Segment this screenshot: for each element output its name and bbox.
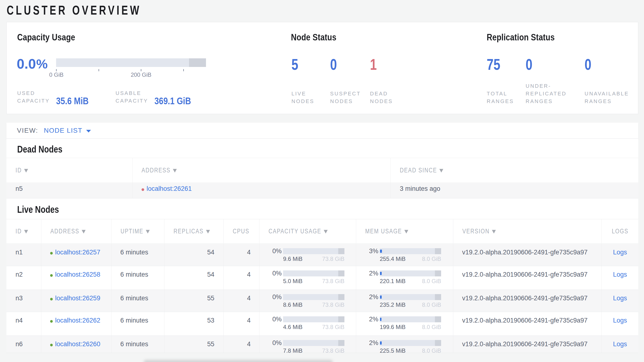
dead-nodes-title: Dead Nodes: [17, 144, 62, 155]
usage-total-value: 73.8 GiB: [322, 301, 344, 308]
usage-labels-line: 4.6 MiB73.8 GiB: [283, 324, 344, 330]
usage-total-value: 73.8 GiB: [322, 324, 344, 330]
table-cell: Logs: [602, 290, 638, 312]
chevron-down-icon[interactable]: [86, 130, 91, 132]
replication-stat-label: TOTAL RANGES: [487, 90, 514, 105]
usage-used-value: 220.1 MiB: [380, 278, 406, 285]
usage-labels-line: 220.1 MiB8.0 GiB: [380, 278, 441, 285]
usage-percent: 0%: [269, 248, 282, 255]
column-header-dead-since[interactable]: DEAD SINCE: [400, 166, 437, 173]
sort-caret-icon[interactable]: [324, 230, 328, 234]
node-logs-link[interactable]: Logs: [613, 317, 627, 324]
usage-bar-dark-segment: [435, 270, 441, 276]
sort-caret-icon[interactable]: [82, 230, 86, 234]
node-address-link[interactable]: localhost:26259: [55, 295, 100, 302]
usage-total-value: 8.0 GiB: [422, 324, 441, 330]
node-stat-label: DEAD NODES: [370, 90, 393, 105]
column-header-address[interactable]: ADDRESS: [50, 228, 79, 235]
header-cell: UPTIME: [112, 219, 164, 243]
sort-caret-icon[interactable]: [146, 230, 150, 234]
used-capacity-label: USED CAPACITY: [17, 89, 50, 105]
node-version: v19.2.0-alpha.20190606-2491-gfe735c9a97: [462, 340, 588, 348]
column-header-address[interactable]: ADDRESS: [142, 166, 170, 173]
table-cell: v19.2.0-alpha.20190606-2491-gfe735c9a97: [453, 266, 602, 290]
column-header-mem-usage[interactable]: MEM USAGE: [365, 228, 402, 235]
node-logs-link[interactable]: Logs: [613, 340, 627, 348]
usage-bar-line: 2%: [366, 339, 441, 347]
dead-status-icon: [142, 189, 144, 191]
capacity-axis-tick: [98, 69, 99, 71]
usage-total-value: 8.0 GiB: [422, 347, 441, 353]
table-cell: 55: [164, 290, 224, 312]
usage-percent: 2%: [366, 316, 378, 323]
sort-caret-icon[interactable]: [404, 230, 408, 234]
header-cell-content: LOGS: [612, 228, 628, 235]
view-dropdown[interactable]: NODE LIST: [44, 127, 82, 134]
table-cell: 54: [164, 244, 224, 266]
sort-caret-icon[interactable]: [173, 169, 177, 172]
usage-percent: 0%: [269, 270, 282, 277]
replication-stat-label: UNDER- REPLICATED RANGES: [526, 82, 567, 105]
view-bar-inner: VIEW: NODE LIST: [17, 123, 91, 138]
usage-bar-line: 3%: [366, 248, 441, 255]
sort-caret-icon[interactable]: [24, 230, 28, 234]
usage-labels-line: 5.0 MiB73.8 GiB: [283, 278, 344, 285]
header-cell-content: DEAD SINCE: [400, 166, 443, 174]
column-header-uptime[interactable]: UPTIME: [120, 228, 144, 235]
usage-cell-content: 0%4.6 MiB73.8 GiB: [260, 312, 356, 335]
usage-bar-used-segment: [380, 341, 382, 344]
live-status-icon: [50, 298, 53, 301]
usage-bar: [283, 270, 344, 276]
usage-used-value: 7.8 MiB: [283, 347, 302, 353]
table-cell: localhost:26257: [41, 244, 112, 266]
node-status-title: Node Status: [291, 32, 336, 43]
usage-bar-dark-segment: [338, 316, 344, 322]
live-status-icon: [50, 274, 53, 277]
capacity-bar-dark-segment: [189, 58, 206, 67]
node-address-link[interactable]: localhost:26262: [55, 317, 100, 324]
node-id: n1: [16, 248, 23, 256]
table-cell: v19.2.0-alpha.20190606-2491-gfe735c9a97: [453, 336, 602, 353]
table-cell: 0%7.8 MiB73.8 GiB: [260, 336, 356, 353]
column-header-version[interactable]: VERSION: [462, 228, 490, 235]
sort-caret-icon[interactable]: [440, 169, 443, 172]
node-version: v19.2.0-alpha.20190606-2491-gfe735c9a97: [462, 317, 588, 324]
node-replicas: 55: [207, 295, 214, 302]
table-cell: 55: [164, 336, 224, 353]
dead-node-address-link[interactable]: localhost:26261: [146, 185, 192, 192]
usage-labels-line: 235.2 MiB8.0 GiB: [380, 301, 441, 308]
node-address-link[interactable]: localhost:26260: [55, 340, 100, 347]
live-status-icon: [50, 320, 53, 323]
usage-bar-dark-segment: [435, 316, 441, 322]
address-cell-content: localhost:26257: [50, 248, 100, 256]
address-cell-content: localhost:26261: [142, 185, 192, 193]
usage-bar: [283, 294, 344, 300]
bottom-shadow: [144, 360, 333, 362]
node-address-link[interactable]: localhost:26257: [55, 248, 100, 256]
column-header-id[interactable]: ID: [16, 228, 22, 235]
sort-caret-icon[interactable]: [492, 230, 496, 234]
usage-bar-line: 2%: [366, 316, 441, 323]
usage-bar-line: 0%: [269, 339, 344, 347]
sort-caret-icon[interactable]: [206, 230, 210, 234]
table-cell: n1: [6, 244, 41, 266]
column-header-capacity-usage[interactable]: CAPACITY USAGE: [268, 228, 321, 235]
live-nodes-header: IDADDRESSUPTIMEREPLICASCPUSCAPACITY USAG…: [6, 219, 638, 244]
sort-caret-icon[interactable]: [24, 169, 28, 172]
node-replicas: 54: [207, 271, 214, 278]
node-logs-link[interactable]: Logs: [613, 248, 627, 256]
usage-total-value: 73.8 GiB: [322, 256, 344, 262]
node-logs-link[interactable]: Logs: [613, 271, 627, 278]
table-cell: n2: [6, 266, 41, 290]
usage-percent: 0%: [269, 339, 282, 347]
node-address-link[interactable]: localhost:26258: [55, 271, 100, 278]
dead-node-row: n5localhost:262613 minutes ago: [6, 183, 638, 199]
node-logs-link[interactable]: Logs: [613, 295, 627, 302]
node-replicas: 54: [207, 248, 214, 256]
table-cell: 2%220.1 MiB8.0 GiB: [356, 266, 453, 290]
column-header-id[interactable]: ID: [16, 166, 22, 173]
table-cell: 2%225.5 MiB8.0 GiB: [356, 336, 453, 353]
column-header-replicas[interactable]: REPLICAS: [174, 228, 204, 235]
header-cell: LOGS: [602, 219, 638, 243]
usage-bar-dark-segment: [338, 294, 344, 300]
